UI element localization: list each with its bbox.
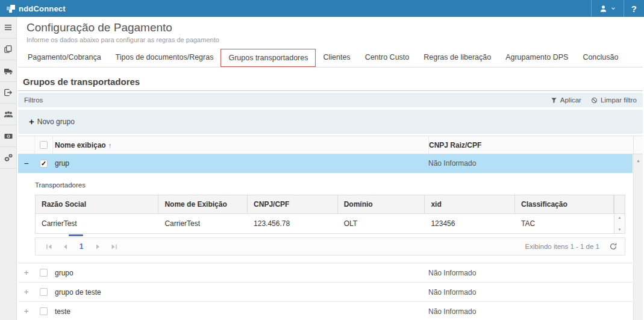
topbar: nddConnect ? xyxy=(0,0,644,17)
help-button[interactable]: ? xyxy=(624,0,644,17)
tab-agrupamento-dps[interactable]: Agrupamento DPS xyxy=(498,49,575,67)
vertical-scrollbar[interactable]: ▲ xyxy=(633,154,643,320)
header-cnpj-raiz-cpf[interactable]: CNPJ Raiz/CPF xyxy=(428,136,633,154)
first-page-button[interactable] xyxy=(43,242,55,251)
funnel-icon xyxy=(551,97,557,104)
carriers-pagination: 1 E xyxy=(35,237,625,256)
row-checkbox-checked[interactable]: ✓ xyxy=(40,160,48,168)
scroll-up-icon[interactable]: ▲ xyxy=(618,216,622,219)
carriers-header-row: Razão Social Nome de Exibição CNPJ/CPF D… xyxy=(36,195,625,213)
money-icon xyxy=(4,131,13,141)
col-cnpj-cpf[interactable]: CNPJ/CPF xyxy=(248,195,338,213)
carriers-horizontal-scrollbar[interactable] xyxy=(35,234,625,237)
truck-icon xyxy=(4,66,13,76)
sidebar-menu-toggle[interactable] xyxy=(0,17,16,39)
sidebar-item-documents[interactable] xyxy=(0,39,16,60)
tab-centro-custo[interactable]: Centro Custo xyxy=(358,49,417,67)
col-classificacao[interactable]: Classificação xyxy=(515,195,614,213)
tab-pagamento-cobranca[interactable]: Pagamento/Cobrança xyxy=(20,49,108,67)
header-scroll-spacer xyxy=(633,136,643,154)
last-page-icon xyxy=(111,243,117,250)
col-nome-exibicao[interactable]: Nome de Exibição xyxy=(158,195,248,213)
grid-toolbar: + Novo grupo xyxy=(18,110,643,134)
scroll-up-icon[interactable]: ▲ xyxy=(634,158,643,163)
group-row-grup[interactable]: − ✓ grup Não Informado xyxy=(18,154,633,173)
refresh-icon xyxy=(609,242,617,251)
sidebar-item-users[interactable] xyxy=(0,104,16,125)
export-icon xyxy=(4,88,13,97)
group-name: grup xyxy=(53,159,428,168)
page-number-current[interactable]: 1 xyxy=(75,242,87,251)
circle-slash-icon xyxy=(591,97,598,104)
group-cnpj: Não Informado xyxy=(428,154,633,172)
tab-tipos-documentos-regras[interactable]: Tipos de documentos/Regras xyxy=(108,49,221,67)
carrier-xid: 123456 xyxy=(425,214,515,233)
tab-clientes[interactable]: Clientes xyxy=(316,49,357,67)
col-razao-social[interactable]: Razão Social xyxy=(36,195,158,213)
page-title: Configuração de Pagamento xyxy=(27,21,643,34)
apply-filter-label: Aplicar xyxy=(560,96,581,104)
refresh-button[interactable] xyxy=(609,242,617,251)
group-row-teste[interactable]: + teste Não Informado xyxy=(18,302,633,320)
group-row-grupo[interactable]: + grupo Não Informado xyxy=(18,263,633,283)
horizontal-scroll-thumb[interactable] xyxy=(69,234,83,236)
sidebar-item-export[interactable] xyxy=(0,82,16,104)
pager-status: Exibindo itens 1 - 1 de 1 xyxy=(525,242,617,251)
sidebar-item-billing[interactable] xyxy=(0,125,16,147)
last-page-button[interactable] xyxy=(108,242,120,251)
expand-row-button[interactable]: + xyxy=(18,302,35,320)
collapse-row-button[interactable]: − xyxy=(18,154,35,172)
carrier-classificacao: TAC xyxy=(515,214,614,233)
row-checkbox[interactable] xyxy=(40,307,48,315)
expand-row-button[interactable]: + xyxy=(18,263,35,282)
tab-regras-liberacao[interactable]: Regras de liberação xyxy=(416,49,498,67)
sidebar-item-settings[interactable] xyxy=(0,147,16,169)
row-checkbox[interactable] xyxy=(40,288,48,296)
group-name: teste xyxy=(53,307,428,316)
page-subtitle: Informe os dados abaixo para configurar … xyxy=(27,36,643,43)
tab-grupos-transportadores[interactable]: Grupos transportadores xyxy=(220,49,316,67)
group-row-grupo-de-teste[interactable]: + grupo de teste Não Informado xyxy=(18,283,633,302)
sidebar-item-transport[interactable] xyxy=(0,60,16,82)
menu-icon xyxy=(4,23,13,32)
section-title: Grupos de transportadores xyxy=(23,77,140,87)
group-detail-panel: Transportadores Razão Social Nome de Exi… xyxy=(18,173,633,263)
user-icon xyxy=(599,4,608,13)
section-header: Grupos de transportadores xyxy=(18,77,643,91)
page-header: Configuração de Pagamento Informe os dad… xyxy=(27,21,643,43)
app-logo[interactable]: nddConnect xyxy=(0,0,72,17)
previous-page-button[interactable] xyxy=(59,242,71,251)
new-group-button[interactable]: + Novo grupo xyxy=(29,118,75,126)
expand-row-button[interactable]: + xyxy=(18,283,35,301)
wizard-tabs: Pagamento/Cobrança Tipos de documentos/R… xyxy=(18,49,643,67)
col-xid[interactable]: xid xyxy=(425,195,515,213)
apply-filter-button[interactable]: Aplicar xyxy=(551,96,581,104)
pager-buttons: 1 xyxy=(43,242,120,251)
carrier-nome-exibicao: CarrierTest xyxy=(158,214,248,233)
header-nome-label: Nome exibiçao xyxy=(55,141,106,149)
user-menu-button[interactable] xyxy=(591,0,624,17)
clear-filter-button[interactable]: Limpar filtro xyxy=(591,96,637,104)
chevron-down-icon xyxy=(610,5,616,11)
topbar-actions: ? xyxy=(591,0,644,17)
groups-grid: Nome exibiçao ↑ CNPJ Raiz/CPF ▲ − ✓ grup… xyxy=(18,136,643,320)
next-page-icon xyxy=(95,243,101,250)
tab-conclusao[interactable]: Conclusão xyxy=(575,49,625,67)
previous-page-icon xyxy=(62,243,69,250)
app-layout: Configuração de Pagamento Informe os dad… xyxy=(0,17,644,320)
group-cnpj: Não Informado xyxy=(428,283,633,301)
row-checkbox[interactable] xyxy=(40,269,48,277)
header-nome-exibicao[interactable]: Nome exibiçao ↑ xyxy=(53,141,428,149)
group-name: grupo xyxy=(53,269,428,277)
header-expand-column xyxy=(18,136,35,154)
scroll-down-icon[interactable]: ▼ xyxy=(618,228,622,231)
select-all-checkbox[interactable] xyxy=(40,141,48,149)
carriers-vertical-scrollbar[interactable]: ▲ ▼ xyxy=(614,214,625,233)
main-content: Configuração de Pagamento Informe os dad… xyxy=(17,17,644,320)
carrier-row[interactable]: CarrierTest CarrierTest 123.456.78 OLT 1… xyxy=(36,213,625,233)
settings-icon xyxy=(4,153,13,163)
col-dominio[interactable]: Domínio xyxy=(338,195,425,213)
carrier-cnpj-cpf: 123.456.78 xyxy=(248,214,338,233)
next-page-button[interactable] xyxy=(92,242,104,251)
items-count-label: Exibindo itens 1 - 1 de 1 xyxy=(525,243,599,250)
